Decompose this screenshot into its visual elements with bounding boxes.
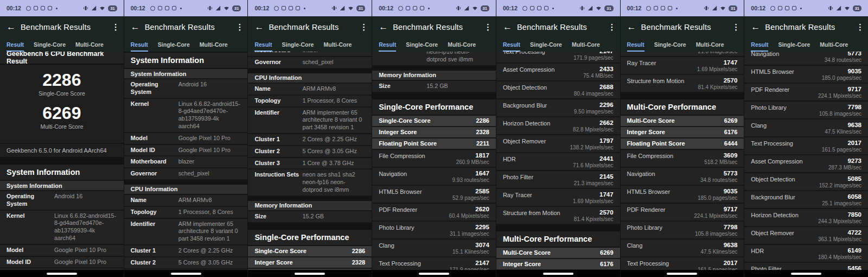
tab-multi-core[interactable]: Multi-Core: [696, 38, 724, 52]
back-button[interactable]: ←: [503, 22, 517, 33]
tab-result[interactable]: Result: [131, 38, 148, 52]
benchmark-score: 1817: [456, 152, 489, 159]
aggregate-score-value: 6269: [724, 117, 737, 124]
app-notification-icon: [282, 6, 286, 10]
overflow-menu-button[interactable]: ⋮: [112, 22, 117, 32]
benchmark-score: 2296: [574, 102, 614, 109]
gesture-nav-bar: [621, 270, 744, 277]
gesture-nav-bar: [496, 270, 620, 277]
tab-multi-core[interactable]: Multi-Core: [820, 38, 848, 52]
gesture-pill[interactable]: [667, 273, 697, 275]
info-value: Android 16: [54, 193, 117, 208]
battery-icon: 31: [604, 5, 613, 11]
tab-single-core[interactable]: Single-Core: [34, 38, 66, 52]
info-row: Topology1 Processor, 8 Cores: [124, 207, 248, 219]
results-scroll-area[interactable]: Geekbench 6 CPU Benchmark Result2286Sing…: [744, 52, 868, 270]
benchmark-name: HTML5 Browser: [751, 68, 794, 80]
section-title: Multi-Core Performance: [496, 231, 620, 248]
tab-result[interactable]: Result: [7, 38, 24, 52]
back-button[interactable]: ←: [751, 22, 765, 33]
status-time: 00:12: [379, 5, 393, 11]
tab-bar: Result Single-Core Multi-Core: [621, 38, 744, 52]
back-button[interactable]: ←: [254, 22, 269, 33]
results-scroll-area[interactable]: Geekbench 6 CPU Benchmark Result2286Sing…: [372, 52, 496, 270]
info-value: Google Pixel 10 Pro: [178, 147, 241, 154]
info-value: 15.2 GB: [426, 83, 489, 90]
tab-multi-core[interactable]: Multi-Core: [323, 38, 352, 52]
tab-multi-core[interactable]: Multi-Core: [75, 38, 104, 52]
vibrate-icon: [579, 5, 585, 11]
info-value: Android 16: [178, 81, 241, 96]
back-button[interactable]: ←: [627, 22, 641, 33]
info-label: Cluster 1: [131, 247, 178, 255]
benchmark-name: Text Processing: [627, 260, 669, 270]
tab-single-core[interactable]: Single-Core: [282, 38, 314, 52]
results-scroll-area[interactable]: Geekbench 6 CPU Benchmark Result2286Sing…: [0, 52, 124, 270]
gesture-pill[interactable]: [791, 273, 821, 275]
info-row: Operating SystemAndroid 16: [0, 191, 124, 211]
benchmark-name: Text Processing: [379, 260, 421, 270]
tab-multi-core[interactable]: Multi-Core: [572, 38, 600, 52]
results-scroll-area[interactable]: Geekbench 6 CPU Benchmark Result2286Sing…: [124, 52, 248, 270]
overflow-menu-button[interactable]: ⋮: [856, 22, 861, 32]
benchmark-row: Structure from Motion257081.4 Kpixels/se…: [496, 207, 620, 225]
tab-single-core[interactable]: Single-Core: [530, 38, 562, 52]
info-value: ARM implementer 65 architecture 8 varian…: [302, 109, 365, 131]
section-gap: [496, 225, 620, 231]
benchmark-name: Photo Filter: [503, 173, 533, 186]
benchmark-name: Photo Library: [627, 224, 662, 236]
benchmark-name: Object Remover: [751, 229, 794, 242]
overflow-menu-button[interactable]: ⋮: [360, 22, 365, 32]
app-notification-icon: [544, 6, 548, 10]
status-time: 00:12: [627, 5, 642, 11]
section-gap: [372, 93, 496, 99]
benchmark-result: 229531.1 images/sec: [450, 224, 489, 236]
screenshots-strip: 00:12 31 ← Benchmark Results ⋮ Result Si…: [0, 0, 868, 277]
gesture-pill[interactable]: [543, 273, 573, 275]
aggregate-score-value: 2211: [476, 140, 489, 147]
cellular-signal-icon: [712, 5, 717, 11]
overflow-menu-button[interactable]: ⋮: [235, 22, 241, 32]
tab-result[interactable]: Result: [627, 38, 644, 52]
results-scroll-area[interactable]: Geekbench 6 CPU Benchmark Result2286Sing…: [621, 52, 744, 270]
aggregate-score-value: 2328: [476, 129, 489, 135]
gesture-pill[interactable]: [171, 273, 201, 275]
benchmark-name: HTML5 Browser: [627, 188, 670, 200]
tab-single-core[interactable]: Single-Core: [406, 38, 438, 52]
table-gap: [372, 66, 496, 71]
tab-multi-core[interactable]: Multi-Core: [200, 38, 228, 52]
tab-single-core[interactable]: Single-Core: [158, 38, 190, 52]
back-button[interactable]: ←: [131, 22, 145, 33]
tab-single-core[interactable]: Single-Core: [654, 38, 686, 52]
tab-result[interactable]: Result: [379, 38, 396, 52]
tab-result[interactable]: Result: [254, 38, 272, 52]
aggregate-score-label: Multi-Core Score: [503, 249, 551, 256]
gesture-pill[interactable]: [295, 273, 325, 275]
benchmark-row: Photo Library7798105.8 images/sec: [621, 222, 744, 240]
gesture-pill[interactable]: [47, 273, 77, 275]
info-label: Cluster 1: [254, 136, 302, 143]
benchmark-row: Ray Tracer17471.69 Mpixels/sec: [496, 189, 620, 207]
tab-result[interactable]: Result: [751, 38, 768, 52]
overflow-menu-button[interactable]: ⋮: [484, 22, 489, 32]
benchmark-row: Text Processing2147171.9 pages/sec: [496, 52, 620, 64]
tab-single-core[interactable]: Single-Core: [778, 38, 810, 52]
gesture-pill[interactable]: [419, 273, 449, 275]
table-gap: [124, 180, 248, 185]
back-button[interactable]: ←: [379, 22, 393, 33]
benchmark-rate: 47.5 Klines/sec: [700, 249, 737, 255]
benchmark-rate: 47.5 Klines/sec: [825, 129, 861, 135]
back-button[interactable]: ←: [7, 22, 21, 33]
app-notification-icon: [406, 6, 410, 10]
overflow-menu-button[interactable]: ⋮: [732, 22, 737, 32]
info-value: 2 Cores @ 2.25 GHz: [178, 247, 241, 255]
benchmark-rate: 287.3 MB/sec: [828, 165, 861, 171]
section-title: System Information: [0, 165, 124, 181]
overflow-menu-button[interactable]: ⋮: [608, 22, 614, 32]
tab-multi-core[interactable]: Multi-Core: [448, 38, 476, 52]
results-scroll-area[interactable]: Geekbench 6 CPU Benchmark Result2286Sing…: [248, 52, 372, 270]
results-scroll-area[interactable]: Geekbench 6 CPU Benchmark Result2286Sing…: [496, 52, 620, 270]
benchmark-result: 9717224.1 Mpixels/sec: [694, 206, 737, 218]
wifi-icon: [472, 5, 478, 11]
tab-result[interactable]: Result: [503, 38, 520, 52]
